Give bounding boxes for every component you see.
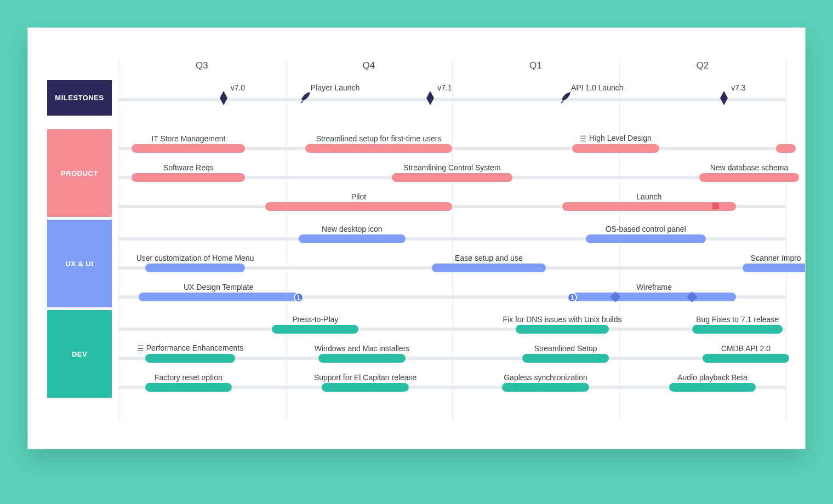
gantt-bar[interactable]	[776, 144, 796, 153]
roadmap-panel: MILESTONES PRODUCT UX & UI DEV Q3Q4Q1Q2v…	[27, 27, 806, 449]
gantt-bar[interactable]: Pilot	[265, 202, 452, 211]
gantt-bar[interactable]: Launch	[562, 202, 736, 211]
gantt-row: ☰Performance EnhancementsWindows and Mac…	[118, 339, 786, 368]
diamond-icon	[219, 91, 229, 105]
diamond-icon	[425, 91, 435, 105]
gantt-bar-label: Ease setup and use	[455, 254, 523, 262]
link-badge[interactable]: 1	[294, 293, 304, 302]
gantt-row: PilotLaunch	[118, 187, 786, 216]
gantt-bar[interactable]: ☰Performance Enhancements	[145, 354, 235, 363]
gantt-bar[interactable]: Wireframe	[572, 293, 735, 301]
rocket-icon	[299, 91, 313, 105]
gantt-bar[interactable]: Ease setup and use	[432, 264, 545, 272]
gantt-bar-label: Software Reqs	[163, 163, 214, 172]
gantt-bar[interactable]: Support for El Capitan release	[322, 383, 408, 392]
quarter-label: Q2	[696, 60, 709, 71]
gantt-bar-label: Press-to-Play	[292, 315, 338, 324]
gantt-bar[interactable]: Streamlining Control System	[392, 173, 512, 182]
gantt-bar-label: OS-based control panel	[606, 225, 686, 233]
gantt-bar[interactable]: Windows and Mac installers	[318, 354, 405, 363]
flag-icon	[712, 203, 719, 209]
milestone-label: API 1.0 Launch	[571, 83, 624, 92]
gantt-bar-label: UX Design Template	[184, 283, 253, 291]
gantt-bar-label: Gapless synchronization	[504, 373, 587, 382]
gantt-bar-label: User customization of Home Menu	[136, 254, 254, 262]
gridline	[786, 58, 786, 421]
milestone-label: Player Launch	[311, 83, 360, 92]
gantt-bar-label: Audio playback Beta	[677, 373, 748, 382]
filter-icon: ☰	[137, 344, 144, 353]
gantt-bar-label: Streamlining Control System	[403, 163, 500, 172]
gantt-bar[interactable]: ☰High Level Design	[572, 144, 659, 153]
gantt-bar-label: Windows and Mac installers	[315, 344, 410, 353]
gantt-bar-label: Fix for DNS issues with Unix builds	[503, 315, 621, 324]
gantt-bar-label: Bug Fixes to 7.1 release	[696, 315, 779, 324]
diamond-icon	[719, 91, 729, 105]
gantt-bar[interactable]: Factory reset option	[145, 383, 232, 392]
gantt-row: User customization of Home MenuEase setu…	[118, 249, 786, 277]
gantt-bar[interactable]: New desktop icon	[299, 234, 406, 243]
gantt-bar[interactable]: Scanner Impro	[743, 264, 806, 272]
gantt-bar[interactable]: CMDB API 2.0	[703, 354, 789, 363]
gantt-row: Software ReqsStreamlining Control System…	[118, 158, 786, 187]
lane-label-uxui: UX & UI	[47, 220, 112, 307]
gantt-bar-label: IT Store Management	[151, 134, 225, 143]
filter-icon: ☰	[580, 134, 587, 143]
time-area[interactable]: Q3Q4Q1Q2v7.0Player Launchv7.1API 1.0 Lau…	[118, 58, 786, 421]
milestone-label: v7.3	[731, 83, 745, 92]
gantt-bar[interactable]: Audio playback Beta	[669, 383, 756, 392]
gantt-bar-label: Streamlined Setup	[534, 344, 597, 353]
lane-label-product: PRODUCT	[47, 129, 112, 217]
gantt-bar-label: ☰High Level Design	[580, 134, 652, 143]
roadmap-chart: MILESTONES PRODUCT UX & UI DEV Q3Q4Q1Q2v…	[47, 58, 786, 421]
lane-label-dev: DEV	[47, 310, 112, 398]
gantt-bar[interactable]: Press-to-Play	[272, 325, 358, 334]
milestone-label: v7.1	[437, 83, 452, 92]
gantt-bar-label: Launch	[636, 192, 661, 201]
gantt-bar-label: Support for El Capitan release	[314, 373, 417, 382]
quarter-label: Q3	[196, 60, 208, 71]
gantt-row: Press-to-PlayFix for DNS issues with Uni…	[118, 310, 786, 339]
gantt-row: UX Design Template1Wireframe1	[118, 278, 786, 306]
milestone-label: v7.0	[231, 83, 245, 92]
gantt-bar-label: Pilot	[351, 192, 366, 201]
quarter-label: Q4	[362, 60, 375, 71]
gantt-row: IT Store ManagementStreamlined setup for…	[118, 129, 786, 158]
gantt-bar[interactable]: OS-based control panel	[586, 234, 706, 243]
gantt-bar[interactable]: Streamlined Setup	[522, 354, 609, 363]
gantt-bar-label: Scanner Impro	[751, 254, 801, 262]
gantt-bar-label: ☰Performance Enhancements	[137, 343, 243, 353]
rocket-icon	[559, 91, 573, 105]
gantt-bar-label: CMDB API 2.0	[721, 344, 771, 353]
gantt-bar[interactable]: Fix for DNS issues with Unix builds	[516, 325, 609, 334]
gantt-bar[interactable]: New database schema	[699, 173, 800, 182]
gantt-bar[interactable]: Bug Fixes to 7.1 release	[692, 325, 782, 334]
link-badge[interactable]: 1	[567, 293, 577, 302]
gantt-bar[interactable]: User customization of Home Menu	[145, 264, 246, 272]
lane-label-milestones: MILESTONES	[47, 80, 112, 116]
gantt-row: New desktop iconOS-based control panel	[118, 220, 786, 248]
gantt-bar-label: Streamlined setup for first-time users	[316, 134, 442, 143]
gantt-bar[interactable]: Streamlined setup for first-time users	[305, 144, 452, 153]
gantt-bar-label: Factory reset option	[155, 373, 222, 382]
gantt-bar[interactable]: UX Design Template	[139, 293, 299, 301]
gantt-bar[interactable]: IT Store Management	[132, 144, 245, 153]
quarter-label: Q1	[529, 60, 542, 71]
row-track	[118, 328, 786, 331]
gantt-row: Factory reset optionSupport for El Capit…	[118, 368, 786, 397]
gantt-bar[interactable]: Software Reqs	[132, 173, 245, 182]
gantt-bar-label: New database schema	[710, 163, 788, 172]
gantt-bar-label: New desktop icon	[322, 225, 383, 233]
gantt-bar[interactable]: Gapless synchronization	[502, 383, 589, 392]
gantt-bar-label: Wireframe	[636, 283, 672, 291]
